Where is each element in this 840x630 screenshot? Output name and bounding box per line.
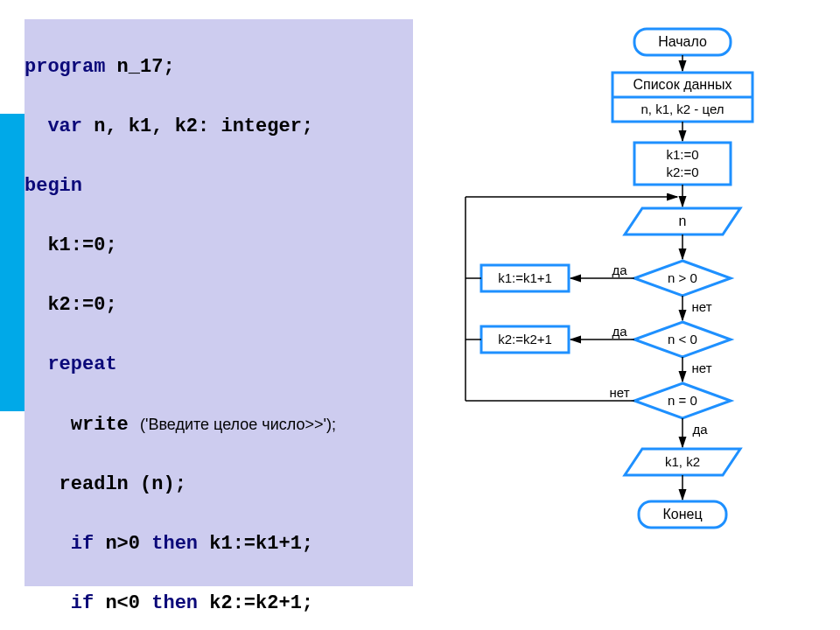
code-text: n<0 xyxy=(94,592,151,614)
code-text: n_17; xyxy=(105,56,174,78)
fc-no-3: нет xyxy=(610,385,630,400)
fc-cond1-label: n > 0 xyxy=(668,270,697,285)
fc-init1: k1:=0 xyxy=(666,147,698,162)
code-text: readln (n); xyxy=(24,473,186,495)
code-text: k1:=k1+1; xyxy=(198,533,313,555)
fc-no-1: нет xyxy=(692,299,712,314)
fc-start-label: Начало xyxy=(658,34,707,49)
fc-end-label: Конец xyxy=(662,507,702,522)
fc-data-title: Список данных xyxy=(633,77,732,92)
kw-then: then xyxy=(151,592,198,614)
kw-then: then xyxy=(151,533,198,555)
flowchart: Начало Список данных n, k1, k2 - цел k1:… xyxy=(429,16,831,611)
kw-begin: begin xyxy=(24,175,82,197)
fc-yes-3: да xyxy=(692,422,708,437)
fc-k2-inc-label: k2:=k2+1 xyxy=(498,332,552,346)
code-text: n>0 xyxy=(94,533,151,555)
code-text: k2:=k2+1; xyxy=(198,592,313,614)
fc-yes-2: да xyxy=(612,324,627,339)
kw-if: if xyxy=(24,533,94,555)
fc-init2: k2:=0 xyxy=(666,164,698,179)
code-text: ('Введите целое число>>'); xyxy=(140,416,336,433)
code-text: k1:=0; xyxy=(24,234,117,256)
fc-data-vars: n, k1, k2 - цел xyxy=(640,102,724,116)
fc-output-label: k1, k2 xyxy=(665,454,700,469)
code-text: write xyxy=(24,414,140,436)
kw-program: program xyxy=(24,56,105,78)
accent-bar xyxy=(0,114,24,411)
fc-cond3-label: n = 0 xyxy=(668,393,697,408)
code-text: n, k1, k2: integer; xyxy=(82,116,313,137)
fc-cond2-label: n < 0 xyxy=(668,332,697,346)
code-text: k2:=0; xyxy=(24,294,117,316)
kw-if: if xyxy=(24,592,94,614)
kw-repeat: repeat xyxy=(24,354,117,375)
fc-yes-1: да xyxy=(612,262,627,277)
code-listing: program n_17; var n, k1, k2: integer; be… xyxy=(24,19,413,586)
kw-var: var xyxy=(24,116,82,137)
fc-no-2: нет xyxy=(692,360,712,375)
fc-input-n-label: n xyxy=(679,214,687,228)
fc-k1-inc-label: k1:=k1+1 xyxy=(498,270,552,285)
